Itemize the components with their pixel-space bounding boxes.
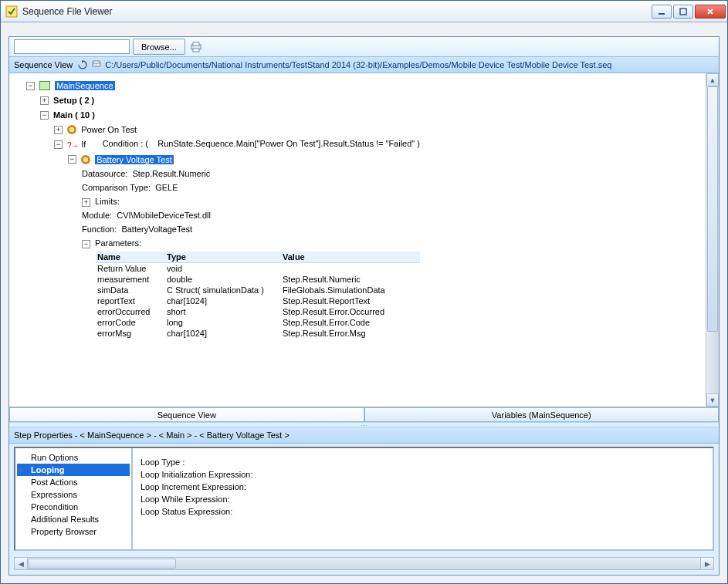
- prop-additional-results[interactable]: Additional Results: [17, 513, 130, 525]
- window-title: Sequence File Viewer: [22, 6, 652, 17]
- horizontal-splitter[interactable]: ····: [9, 422, 719, 427]
- step-properties-header: Step Properties - < MainSequence > - < M…: [9, 427, 719, 444]
- refresh-icon[interactable]: [77, 59, 88, 70]
- sequence-tree-area: − MainSequence + Setup ( 2 ) − Main ( 10…: [9, 73, 719, 407]
- main-panel: Browse... Sequence View C:/Users/Public/…: [8, 36, 720, 576]
- header-type: Type: [165, 251, 281, 262]
- horizontal-scrollbar[interactable]: ◀ ▶: [14, 557, 714, 570]
- step-properties-panel: Run Options Looping Post Actions Express…: [9, 444, 719, 575]
- function-label: Function:: [82, 224, 117, 234]
- title-bar[interactable]: Sequence File Viewer: [1, 1, 727, 22]
- prop-property-browser[interactable]: Property Browser: [17, 525, 130, 538]
- collapse-icon[interactable]: −: [82, 240, 90, 248]
- sequence-icon: [39, 81, 50, 90]
- if-condition-label: Condition : (: [103, 139, 148, 148]
- root-label: MainSequence: [55, 81, 114, 90]
- properties-container: Run Options Looping Post Actions Express…: [14, 447, 714, 551]
- minimize-button[interactable]: [652, 5, 672, 19]
- collapse-icon[interactable]: −: [40, 111, 49, 120]
- browse-toolbar: Browse...: [9, 37, 719, 57]
- collapse-icon[interactable]: −: [26, 82, 35, 90]
- detail-module: Module: CVI\MobileDeviceTest.dll: [12, 208, 703, 222]
- tab-sequence-view[interactable]: Sequence View: [9, 407, 364, 422]
- parameters-table: Name Type Value Return Valuevoid measure…: [96, 251, 420, 339]
- scroll-left-icon[interactable]: ◀: [15, 558, 28, 569]
- table-row[interactable]: reportTextchar[1024]Step.Result.ReportTe…: [96, 295, 420, 306]
- step-icon: [67, 125, 76, 134]
- comparison-value: GELE: [155, 183, 178, 192]
- client-area: Browse... Sequence View C:/Users/Public/…: [1, 22, 727, 583]
- loop-type: Loop Type :: [141, 456, 705, 468]
- collapse-icon[interactable]: −: [68, 155, 76, 164]
- tree-power-on[interactable]: + Power On Test: [12, 122, 703, 137]
- tree-if[interactable]: − ?→ If Condition : ( RunState.Sequence.…: [12, 137, 703, 151]
- table-row[interactable]: errorMsgchar[1024]Step.Result.Error.Msg: [96, 328, 420, 339]
- close-button[interactable]: [695, 5, 726, 19]
- table-row[interactable]: errorCodelongStep.Result.Error.Code: [96, 317, 420, 328]
- table-row[interactable]: Return Valuevoid: [96, 263, 420, 274]
- vertical-scrollbar[interactable]: ▲ ▼: [706, 73, 719, 407]
- split-container: − MainSequence + Setup ( 2 ) − Main ( 10…: [9, 73, 719, 575]
- table-row[interactable]: measurementdoubleStep.Result.Numeric: [96, 274, 420, 285]
- function-value: BatteryVoltageTest: [121, 224, 192, 234]
- datasource-label: Datasource:: [82, 169, 127, 178]
- prop-run-options[interactable]: Run Options: [17, 451, 130, 464]
- comparison-label: Comparison Type:: [82, 183, 151, 192]
- battery-label: Battery Voltage Test: [95, 155, 174, 164]
- if-condition-value: RunState.Sequence.Main["Power On Test"].…: [157, 139, 420, 148]
- prop-looping[interactable]: Looping: [17, 464, 130, 476]
- scroll-track[interactable]: [706, 86, 719, 393]
- scroll-right-icon[interactable]: ▶: [700, 558, 713, 569]
- expand-icon[interactable]: +: [40, 96, 49, 105]
- svg-rect-1: [659, 13, 665, 15]
- expand-icon[interactable]: +: [82, 198, 90, 207]
- parameters-label: Parameters:: [95, 238, 141, 248]
- module-label: Module:: [82, 211, 112, 220]
- table-row[interactable]: errorOccurredshortStep.Result.Error.Occu…: [96, 306, 420, 317]
- main-label: Main ( 10 ): [53, 110, 95, 120]
- if-icon: ?→: [67, 140, 76, 149]
- svg-rect-2: [680, 8, 686, 15]
- sequence-file-path: C:/Users/Public/Documents/National Instr…: [105, 60, 611, 69]
- scroll-track[interactable]: [28, 558, 700, 569]
- header-value: Value: [281, 251, 420, 262]
- tree-root[interactable]: − MainSequence: [12, 78, 703, 93]
- step-properties-title: Step Properties - < MainSequence > - < M…: [14, 430, 290, 440]
- loop-increment: Loop Increment Expression:: [141, 481, 705, 493]
- loop-status: Loop Status Expression:: [141, 505, 705, 518]
- table-row[interactable]: simDataC Struct( simulationData )FileGlo…: [96, 285, 420, 295]
- table-header-row: Name Type Value: [96, 251, 420, 263]
- setup-label: Setup ( 2 ): [53, 96, 94, 105]
- detail-comparison: Comparison Type: GELE: [12, 181, 703, 194]
- scroll-up-icon[interactable]: ▲: [706, 73, 719, 86]
- app-icon: [5, 5, 18, 18]
- header-name: Name: [96, 251, 165, 262]
- prop-expressions[interactable]: Expressions: [17, 488, 130, 501]
- loop-while: Loop While Expression:: [141, 493, 705, 505]
- maximize-button[interactable]: [673, 5, 693, 19]
- collapse-icon[interactable]: −: [54, 140, 63, 149]
- print-icon[interactable]: [190, 41, 202, 53]
- tree-setup[interactable]: + Setup ( 2 ): [12, 93, 703, 107]
- main-window: Sequence File Viewer Browse... Sequence …: [0, 0, 728, 584]
- detail-parameters[interactable]: − Parameters:: [12, 236, 703, 250]
- prop-precondition[interactable]: Precondition: [17, 501, 130, 513]
- detail-limits[interactable]: + Limits:: [12, 194, 703, 208]
- expand-icon[interactable]: +: [54, 126, 63, 134]
- datasource-value: Step.Result.Numeric: [132, 169, 210, 178]
- print-small-icon[interactable]: [91, 59, 102, 70]
- browse-button[interactable]: Browse...: [133, 39, 185, 55]
- scroll-down-icon[interactable]: ▼: [706, 393, 719, 407]
- detail-datasource: Datasource: Step.Result.Numeric: [12, 167, 703, 181]
- file-path-input[interactable]: [14, 39, 130, 54]
- svg-rect-5: [193, 49, 199, 52]
- scroll-thumb[interactable]: [28, 559, 176, 569]
- scroll-thumb[interactable]: [707, 86, 718, 332]
- limits-label: Limits:: [95, 197, 120, 206]
- tree-battery[interactable]: − Battery Voltage Test: [12, 151, 703, 166]
- tree-main[interactable]: − Main ( 10 ): [12, 107, 703, 122]
- sequence-tree[interactable]: − MainSequence + Setup ( 2 ) − Main ( 10…: [9, 73, 706, 407]
- detail-function: Function: BatteryVoltageTest: [12, 222, 703, 236]
- prop-post-actions[interactable]: Post Actions: [17, 476, 130, 488]
- tab-variables[interactable]: Variables (MainSequence): [364, 407, 720, 422]
